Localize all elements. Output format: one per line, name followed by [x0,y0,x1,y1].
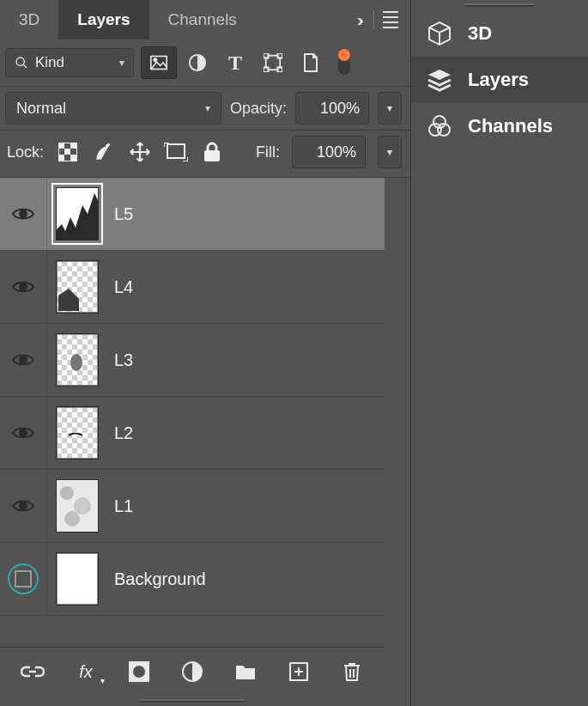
blend-mode-value: Normal [16,100,66,118]
dock-item-layers[interactable]: Layers [411,57,588,103]
svg-point-30 [70,354,82,371]
blend-mode-dropdown[interactable]: Normal ▾ [5,92,221,125]
visibility-toggle[interactable] [0,543,47,615]
layer-name: L5 [114,204,133,224]
layer-thumbnail[interactable] [56,406,99,460]
collapse-chevrons-icon[interactable]: ›› [357,10,365,30]
dock-label: 3D [468,22,492,45]
layer-list: L5 L4 L3 [0,178,385,647]
svg-line-1 [23,64,27,68]
visibility-toggle[interactable] [0,178,47,250]
layer-row[interactable]: L4 [0,251,385,324]
svg-rect-18 [58,155,64,161]
visibility-toggle[interactable] [0,324,47,396]
layer-name: L4 [114,277,133,297]
svg-point-28 [20,283,27,290]
svg-point-36 [64,511,80,526]
panel-tabs: 3D Layers Channels ›› [0,0,410,40]
lock-position-icon[interactable] [128,140,152,164]
layer-name: L2 [114,423,133,443]
layer-row[interactable]: L3 [0,324,385,397]
dock-item-3d[interactable]: 3D [411,10,588,57]
layer-fx-icon[interactable]: fx▾ [74,660,98,684]
visibility-toggle[interactable] [0,397,47,469]
layers-icon [427,67,452,93]
svg-rect-19 [70,155,77,161]
add-mask-icon[interactable] [127,660,151,684]
cube-icon [427,21,452,46]
filter-smartobject-icon[interactable] [294,47,328,78]
lock-label: Lock: [7,143,44,161]
layer-name: L3 [114,350,133,370]
panel-resize-grip[interactable] [0,696,385,706]
link-layers-icon[interactable] [21,660,45,684]
lock-row: Lock: Fill: 1 [0,131,410,178]
filter-shape-icon[interactable] [256,47,290,78]
lock-transparent-icon[interactable] [56,140,80,164]
fill-value: 100% [317,143,356,161]
svg-point-3 [154,58,156,61]
visibility-toggle[interactable] [0,470,47,542]
layer-thumbnail[interactable] [56,552,99,606]
svg-point-26 [20,210,27,217]
layer-thumbnail[interactable] [56,333,99,386]
opacity-label: Opacity: [230,100,287,118]
svg-point-34 [60,486,74,500]
layer-row[interactable]: L1 [0,470,385,543]
separator [373,10,374,29]
tab-3d[interactable]: 3D [0,0,58,40]
filter-adjustment-icon[interactable] [180,47,215,78]
fill-input[interactable]: 100% [292,136,366,168]
new-group-icon[interactable] [233,660,258,684]
filter-type-icon[interactable]: T [218,47,252,78]
opacity-stepper[interactable]: ▾ [378,92,402,125]
filter-kind-dropdown[interactable]: Kind ▾ [5,48,134,77]
layers-panel: 3D Layers Channels ›› Kind ▾ [0,0,411,706]
new-layer-icon[interactable] [287,660,311,684]
svg-rect-20 [167,144,185,158]
tab-layers[interactable]: Layers [58,0,149,40]
svg-point-31 [20,429,27,436]
filter-pixel-icon[interactable] [141,46,177,79]
chevron-down-icon: ▾ [205,102,210,114]
right-dock: 3D Layers Channels [411,0,588,706]
layer-thumbnail[interactable] [56,479,99,533]
lock-image-icon[interactable] [92,140,116,164]
dock-label: Channels [468,115,553,137]
tab-channels[interactable]: Channels [149,0,256,40]
svg-rect-17 [64,149,70,155]
delete-layer-icon[interactable] [340,660,364,684]
dock-item-channels[interactable]: Channels [411,103,588,149]
channels-icon [427,113,452,139]
lock-all-icon[interactable] [200,140,224,164]
svg-rect-16 [70,143,77,149]
layer-row[interactable]: L5 [0,178,385,251]
panel-menu-icon[interactable] [383,11,398,28]
dock-resize-grip[interactable] [411,0,588,10]
search-icon [15,56,28,70]
layer-actions-bar: fx▾ [0,647,385,696]
layer-row[interactable]: Background [0,543,385,616]
svg-point-32 [20,502,27,509]
layer-thumbnail[interactable] [56,187,99,240]
svg-rect-25 [204,150,220,161]
svg-rect-15 [58,143,64,149]
opacity-value: 100% [320,100,360,118]
filter-kind-label: Kind [35,54,64,71]
layer-row[interactable]: L2 [0,397,385,470]
svg-point-35 [74,497,91,514]
new-adjustment-icon[interactable] [180,660,204,684]
svg-point-38 [133,666,145,678]
opacity-input[interactable]: 100% [295,92,369,125]
fill-stepper[interactable]: ▾ [378,136,402,168]
lock-artboard-icon[interactable] [164,140,188,164]
chevron-down-icon: ▾ [119,57,124,69]
visibility-toggle[interactable] [0,251,47,323]
filter-toggle[interactable] [338,51,350,75]
svg-point-0 [16,58,24,65]
fill-label: Fill: [256,143,280,161]
blend-row: Normal ▾ Opacity: 100% ▾ [0,87,410,131]
filter-row: Kind ▾ T [0,40,410,87]
visibility-ring-icon [8,563,39,594]
layer-thumbnail[interactable] [56,260,99,313]
